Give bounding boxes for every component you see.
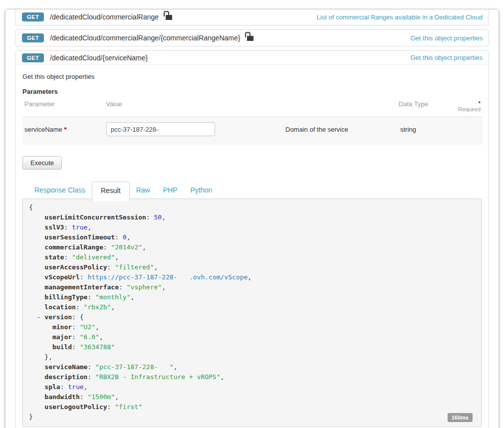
http-method-badge: GET <box>22 12 44 21</box>
operation-detail: Get this object properties Parameters Pa… <box>15 65 489 428</box>
unlock-icon <box>247 36 253 41</box>
parameters-table: Parameter Value Data Type * Required ser… <box>22 100 483 145</box>
operation-row-commercial-range-name: GET /dedicatedCloud/commercialRange/{com… <box>15 29 489 46</box>
response-time-badge: 160ms <box>448 413 473 422</box>
code-line: spla: true, <box>29 382 475 392</box>
result-code-block: { userLimitConcurrentSession: 50, sslV3:… <box>22 199 482 427</box>
tab-python[interactable]: Python <box>184 182 219 199</box>
code-line: managementInterface: "vsphere", <box>29 282 475 292</box>
code-line: userLogoutPolicy: "first" <box>29 402 475 412</box>
operation-path: /dedicatedCloud/{serviceName} <box>50 54 148 62</box>
json-response: { userLimitConcurrentSession: 50, sslV3:… <box>29 203 475 422</box>
code-line: state: "delivered", <box>29 252 475 262</box>
api-console-panel: GET /dedicatedCloud/commercialRange List… <box>5 9 499 428</box>
header-parameter: Parameter <box>22 100 106 112</box>
code-line: userLimitConcurrentSession: 50, <box>29 213 475 222</box>
tab-php[interactable]: PHP <box>157 182 184 199</box>
code-line: }, <box>29 352 475 362</box>
service-name-input[interactable] <box>106 122 215 136</box>
code-line: { <box>29 203 475 213</box>
vscope-url-link[interactable]: https://pcc-37-187-228- .ovh.com/vScope <box>87 273 248 281</box>
parameter-row-service-name: serviceName * Domain of the service stri… <box>22 117 483 145</box>
header-required: * Required <box>458 100 483 112</box>
code-line: bandwidth: "1500m", <box>29 392 475 402</box>
code-line: } <box>29 412 475 422</box>
tab-raw[interactable]: Raw <box>130 182 157 199</box>
parameter-data-type: string <box>400 122 460 133</box>
header-description-spacer <box>284 100 399 112</box>
code-line: billingType: "monthly", <box>29 292 475 302</box>
tab-result[interactable]: Result <box>92 182 130 201</box>
parameter-name: serviceName * <box>22 122 106 133</box>
operation-header[interactable]: GET /dedicatedCloud/{serviceName} Get th… <box>15 51 489 65</box>
code-line: description: "RBX2B - Infrastructure + v… <box>29 372 475 382</box>
tab-response-class[interactable]: Response Class <box>28 182 92 199</box>
code-line: userSessionTimeout: 0, <box>29 232 475 242</box>
code-line: userAccessPolicy: "filtered", <box>29 262 475 272</box>
parameters-table-header: Parameter Value Data Type * Required <box>22 100 483 117</box>
code-line: - version: { <box>29 312 475 322</box>
http-method-badge: GET <box>22 53 44 62</box>
http-method-badge: GET <box>22 33 44 42</box>
unlock-icon <box>166 15 172 20</box>
parameters-heading: Parameters <box>22 88 482 95</box>
required-label: Required <box>458 106 481 112</box>
operation-description: Get this object properties <box>22 73 482 80</box>
execute-button[interactable]: Execute <box>22 156 62 170</box>
header-data-type: Data Type <box>399 100 459 112</box>
header-value: Value <box>106 100 284 112</box>
code-line: vScopeUrl: https://pcc-37-187-228- .ovh.… <box>29 272 475 282</box>
required-star: * <box>64 126 66 133</box>
code-line: commercialRange: "2014v2", <box>29 242 475 252</box>
operation-header[interactable]: GET /dedicatedCloud/commercialRange/{com… <box>15 30 489 46</box>
code-line: sslV3: true, <box>29 222 475 232</box>
response-tabs: Response Class Result Raw PHP Python <box>22 182 482 199</box>
operation-row-commercial-range: GET /dedicatedCloud/commercialRange List… <box>15 9 489 25</box>
code-line: major: "6.0", <box>29 332 475 342</box>
operation-summary-link[interactable]: Get this object properties <box>410 34 483 42</box>
operation-summary-link[interactable]: Get this object properties <box>410 54 483 61</box>
parameter-description: Domain of the service <box>285 122 400 133</box>
code-line: serviceName: "pcc-37-187-228- ", <box>29 362 475 372</box>
code-line: location: "rbx2b", <box>29 302 475 312</box>
operation-path: /dedicatedCloud/commercialRange <box>50 13 159 21</box>
operation-path: /dedicatedCloud/commercialRange/{commerc… <box>50 34 240 42</box>
required-star: * <box>479 100 481 106</box>
code-line: build: "3634788" <box>29 342 475 352</box>
operation-row-service-name: GET /dedicatedCloud/{serviceName} Get th… <box>15 50 489 428</box>
operation-header[interactable]: GET /dedicatedCloud/commercialRange List… <box>15 9 489 25</box>
code-line: minor: "U2", <box>29 322 475 332</box>
operation-summary-link[interactable]: List of commercial Ranges available in a… <box>317 13 483 21</box>
operations-list: GET /dedicatedCloud/commercialRange List… <box>15 9 489 428</box>
